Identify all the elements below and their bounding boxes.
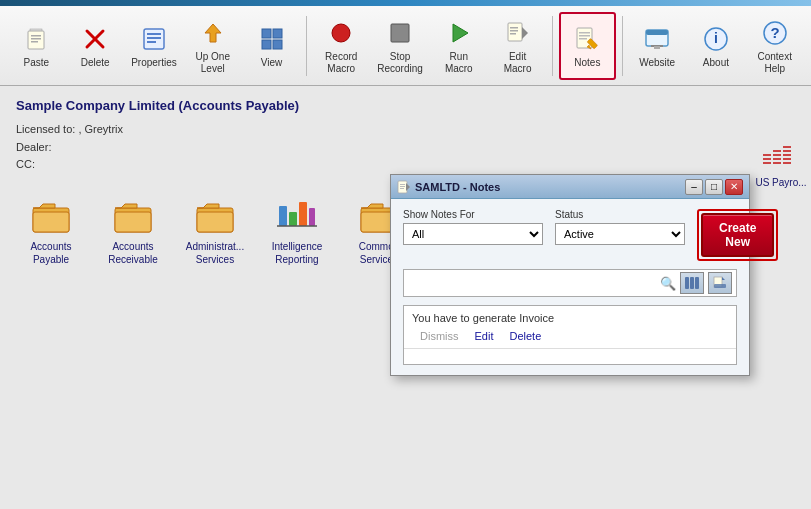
context-help-button[interactable]: ? ContextHelp (746, 12, 803, 80)
module-us-payroll[interactable]: US Payro... (746, 126, 811, 193)
status-select[interactable]: Active Inactive All (555, 223, 685, 245)
accounts-receivable-label: AccountsReceivable (108, 240, 157, 266)
svg-rect-66 (685, 277, 689, 289)
svg-rect-55 (773, 158, 781, 160)
notes-title-icon (397, 180, 411, 194)
run-macro-icon (443, 17, 475, 49)
edit-macro-button[interactable]: EditMacro (489, 12, 546, 80)
svg-rect-45 (299, 202, 307, 226)
notes-columns-button[interactable] (680, 272, 704, 294)
svg-rect-53 (773, 150, 781, 152)
stop-recording-button[interactable]: StopRecording (372, 12, 429, 80)
administrative-services-icon (193, 194, 237, 238)
svg-rect-61 (783, 162, 791, 164)
edit-macro-icon (502, 17, 534, 49)
svg-rect-17 (391, 24, 409, 42)
notes-body: Show Notes For All Current User All User… (391, 199, 749, 375)
svg-rect-57 (783, 146, 791, 148)
us-payroll-icon (759, 130, 803, 174)
view-button[interactable]: View (243, 12, 300, 80)
svg-rect-4 (31, 41, 38, 43)
status-group: Status Active Inactive All (555, 209, 685, 245)
show-notes-label: Show Notes For (403, 209, 543, 220)
module-intelligence-reporting[interactable]: IntelligenceReporting (262, 190, 332, 270)
up-one-level-button[interactable]: Up OneLevel (184, 12, 241, 80)
notes-button[interactable]: Notes (559, 12, 616, 80)
status-label: Status (555, 209, 685, 220)
notes-search-input[interactable] (408, 277, 656, 289)
svg-rect-44 (289, 212, 297, 226)
license-info: Licensed to: , Greytrix Dealer: CC: (16, 121, 735, 174)
record-macro-button[interactable]: RecordMacro (313, 12, 370, 80)
svg-rect-14 (262, 40, 271, 49)
maximize-button[interactable]: □ (705, 179, 723, 195)
svg-text:?: ? (770, 24, 779, 41)
svg-rect-65 (400, 188, 404, 189)
minimize-button[interactable]: – (685, 179, 703, 195)
svg-marker-18 (453, 24, 468, 42)
svg-rect-58 (783, 150, 791, 152)
close-button[interactable]: ✕ (725, 179, 743, 195)
properties-button[interactable]: Properties (126, 12, 183, 80)
svg-rect-20 (510, 27, 518, 29)
delete-note-button[interactable]: Delete (501, 328, 549, 344)
columns-icon (684, 275, 700, 291)
intelligence-reporting-icon (275, 194, 319, 238)
create-new-highlight-box: Create New (697, 209, 778, 261)
accounts-payable-icon (29, 194, 73, 238)
svg-rect-24 (579, 32, 590, 34)
svg-rect-52 (763, 162, 771, 164)
svg-rect-22 (510, 33, 516, 35)
notes-label: Notes (574, 57, 600, 69)
main-area: Sample Company Limited (Accounts Payable… (0, 86, 811, 509)
up-one-level-label: Up OneLevel (196, 51, 230, 75)
svg-rect-42 (197, 212, 233, 232)
svg-rect-40 (115, 212, 151, 232)
notes-list: You have to generate Invoice Dismiss Edi… (403, 305, 737, 365)
svg-rect-71 (714, 284, 726, 288)
notes-dialog-title: SAMLTD - Notes (397, 180, 500, 194)
export-button[interactable] (708, 272, 732, 294)
properties-icon (138, 23, 170, 55)
separator-2 (552, 16, 553, 76)
svg-rect-63 (400, 184, 405, 185)
about-button[interactable]: i About (688, 12, 745, 80)
module-accounts-payable[interactable]: AccountsPayable (16, 190, 86, 270)
svg-rect-56 (773, 162, 781, 164)
svg-rect-13 (273, 29, 282, 38)
run-macro-button[interactable]: RunMacro (430, 12, 487, 80)
svg-rect-46 (309, 208, 315, 226)
show-notes-select[interactable]: All Current User All Users (403, 223, 543, 245)
paste-button[interactable]: Paste (8, 12, 65, 80)
properties-label: Properties (131, 57, 177, 69)
view-label: View (261, 57, 283, 69)
delete-button[interactable]: Delete (67, 12, 124, 80)
svg-marker-11 (205, 24, 221, 42)
website-button[interactable]: Website (629, 12, 686, 80)
svg-rect-30 (646, 30, 668, 35)
svg-rect-10 (147, 41, 156, 43)
svg-rect-3 (31, 38, 41, 40)
module-administrative-services[interactable]: Administrat...Services (180, 190, 250, 270)
svg-rect-60 (783, 158, 791, 160)
administrative-services-label: Administrat...Services (186, 240, 244, 266)
note-text: You have to generate Invoice (412, 312, 728, 324)
notes-top-row: Show Notes For All Current User All User… (403, 209, 737, 261)
notes-icon (571, 23, 603, 55)
dialog-controls: – □ ✕ (685, 179, 743, 195)
paste-label: Paste (24, 57, 50, 69)
delete-label: Delete (81, 57, 110, 69)
right-panel: US Payro... (751, 86, 811, 509)
svg-rect-12 (262, 29, 271, 38)
edit-note-button[interactable]: Edit (467, 328, 502, 344)
svg-rect-15 (273, 40, 282, 49)
view-icon (256, 23, 288, 55)
svg-rect-51 (763, 158, 771, 160)
dismiss-button[interactable]: Dismiss (412, 328, 467, 344)
note-actions: Dismiss Edit Delete (412, 328, 728, 344)
create-new-button[interactable]: Create New (701, 213, 774, 257)
svg-rect-38 (33, 212, 69, 232)
module-accounts-receivable[interactable]: AccountsReceivable (98, 190, 168, 270)
licensed-to-label: Licensed to: (16, 123, 78, 135)
svg-rect-25 (579, 35, 590, 37)
